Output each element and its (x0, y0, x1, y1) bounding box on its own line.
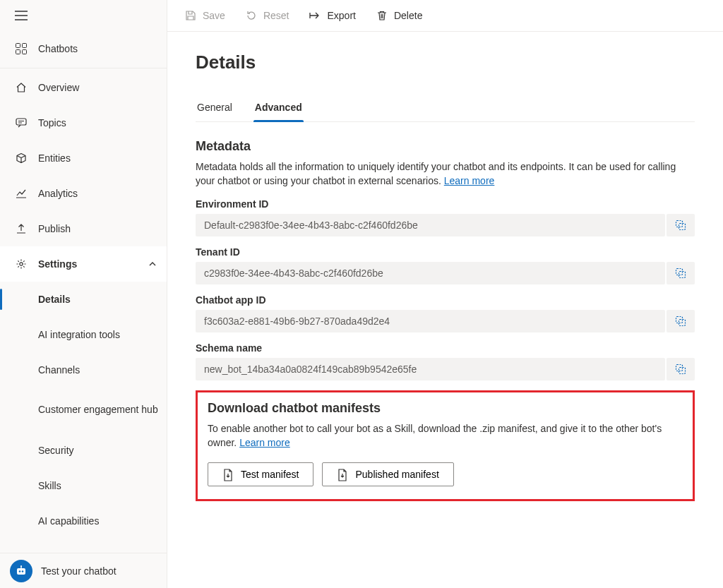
field-value: c2983f0e-34ee-4b43-8abc-c2f460fd26be (196, 262, 665, 284)
sidebar-sub-ai-integration[interactable]: AI integration tools (0, 317, 167, 352)
sidebar-sub-label: AI capabilities (38, 515, 99, 527)
sidebar-sub-details[interactable]: Details (0, 282, 167, 317)
sidebar-item-analytics[interactable]: Analytics (0, 176, 167, 211)
sidebar-nav: Chatbots Overview Topics Entities (0, 31, 167, 553)
svg-rect-6 (17, 568, 25, 575)
sidebar-sub-security[interactable]: Security (0, 433, 167, 468)
sidebar-item-publish[interactable]: Publish (0, 211, 167, 246)
field-group: Environment IDDefault-c2983f0e-34ee-4b43… (196, 198, 695, 236)
sidebar-item-label: Analytics (38, 188, 78, 199)
command-bar: Save Reset Export Delete (167, 0, 723, 32)
metadata-description: Metadata holds all the information to un… (196, 160, 695, 188)
copy-button[interactable] (667, 358, 695, 380)
sidebar-footer-label: Test your chatbot (41, 565, 116, 577)
sidebar-item-label: Chatbots (38, 43, 78, 54)
field-group: Chatbot app IDf3c603a2-e881-49b6-9b27-87… (196, 294, 695, 332)
field-value: new_bot_14ba34a0a0824f149cab89b9542e65fe (196, 358, 665, 380)
hamburger-button[interactable] (10, 4, 32, 27)
home-icon (14, 80, 28, 95)
cmd-label: Export (328, 10, 356, 21)
sidebar-sub-label: Skills (38, 480, 61, 491)
hamburger-icon (15, 11, 28, 20)
sidebar-item-label: Overview (38, 82, 79, 93)
sidebar-item-topics[interactable]: Topics (0, 105, 167, 140)
manifests-description: To enable another bot to call your bot a… (208, 421, 683, 450)
gear-icon (14, 257, 28, 271)
sidebar-item-label: Publish (38, 223, 71, 234)
tab-advanced[interactable]: Advanced (253, 96, 304, 121)
sidebar: Chatbots Overview Topics Entities (0, 0, 167, 588)
tab-label: Advanced (255, 102, 302, 113)
sidebar-sub-label: Channels (38, 364, 80, 376)
sidebar-item-chatbots[interactable]: Chatbots (0, 31, 167, 66)
sidebar-sub-channels[interactable]: Channels (0, 352, 167, 388)
file-download-icon (222, 469, 234, 480)
field-value: Default-c2983f0e-34ee-4b43-8abc-c2f460fd… (196, 214, 665, 236)
copy-icon (674, 267, 687, 280)
file-download-icon (337, 469, 348, 480)
field-row: Default-c2983f0e-34ee-4b43-8abc-c2f460fd… (196, 214, 695, 236)
box-icon (14, 151, 28, 165)
main-pane: Save Reset Export Delete (167, 0, 723, 588)
sidebar-sub-ai-capabilities[interactable]: AI capabilities (0, 503, 167, 539)
field-label: Tenant ID (196, 246, 695, 258)
manifest-buttons: Test manifest Published manifest (208, 462, 683, 486)
section-heading-metadata: Metadata (196, 139, 695, 154)
field-row: f3c603a2-e881-49b6-9b27-870ada49d2e4 (196, 310, 695, 332)
tabs: General Advanced (196, 96, 695, 122)
copy-icon (674, 363, 687, 376)
sidebar-item-overview[interactable]: Overview (0, 70, 167, 105)
chat-icon (14, 116, 28, 130)
published-manifest-button[interactable]: Published manifest (322, 462, 453, 486)
tab-label: General (197, 102, 232, 113)
cmd-label: Reset (263, 10, 289, 21)
download-manifests-highlight: Download chatbot manifests To enable ano… (196, 390, 695, 502)
svg-rect-0 (16, 44, 20, 48)
upload-icon (14, 222, 28, 236)
cmd-reset: Reset (237, 5, 298, 26)
copy-button[interactable] (667, 262, 695, 284)
sidebar-item-label: Settings (38, 258, 77, 270)
sidebar-sub-label: AI integration tools (38, 329, 120, 340)
copy-icon (674, 315, 687, 328)
svg-rect-1 (23, 44, 27, 48)
svg-rect-3 (23, 50, 27, 54)
cmd-label: Delete (394, 10, 422, 21)
svg-rect-2 (16, 50, 20, 54)
chart-icon (14, 186, 28, 200)
svg-point-7 (19, 570, 21, 572)
metadata-desc-text: Metadata holds all the information to un… (196, 161, 676, 186)
sidebar-sub-cust-engagement[interactable]: Customer engagement hub (0, 388, 167, 433)
export-icon (309, 9, 322, 22)
cmd-label: Save (203, 10, 225, 21)
field-label: Schema name (196, 342, 695, 354)
fields-container: Environment IDDefault-c2983f0e-34ee-4b43… (196, 198, 695, 380)
manifests-learn-more-link[interactable]: Learn more (239, 437, 290, 448)
tab-general[interactable]: General (196, 96, 234, 121)
svg-point-5 (20, 263, 23, 265)
save-icon (184, 9, 197, 22)
copy-button[interactable] (667, 310, 695, 332)
sidebar-sub-skills[interactable]: Skills (0, 468, 167, 503)
sidebar-sub-label: Security (38, 445, 74, 456)
app-root: Chatbots Overview Topics Entities (0, 0, 723, 588)
page-title: Details (196, 52, 695, 73)
hamburger-row (0, 0, 167, 31)
cmd-export[interactable]: Export (301, 5, 364, 26)
sidebar-item-settings[interactable]: Settings (0, 246, 167, 282)
sidebar-item-entities[interactable]: Entities (0, 140, 167, 176)
metadata-learn-more-link[interactable]: Learn more (444, 175, 495, 186)
svg-rect-4 (16, 119, 26, 125)
copy-icon (674, 219, 687, 232)
test-manifest-button[interactable]: Test manifest (208, 462, 313, 486)
field-label: Chatbot app ID (196, 294, 695, 306)
field-value: f3c603a2-e881-49b6-9b27-870ada49d2e4 (196, 310, 665, 332)
cmd-delete[interactable]: Delete (367, 5, 431, 26)
sidebar-sub-label: Details (38, 294, 71, 305)
sidebar-footer-test-chatbot[interactable]: Test your chatbot (0, 553, 167, 588)
field-row: new_bot_14ba34a0a0824f149cab89b9542e65fe (196, 358, 695, 380)
content-area: Details General Advanced Metadata Metada… (167, 32, 723, 588)
sidebar-sub-label: Customer engagement hub (38, 403, 158, 417)
copy-button[interactable] (667, 214, 695, 236)
delete-icon (376, 9, 388, 22)
